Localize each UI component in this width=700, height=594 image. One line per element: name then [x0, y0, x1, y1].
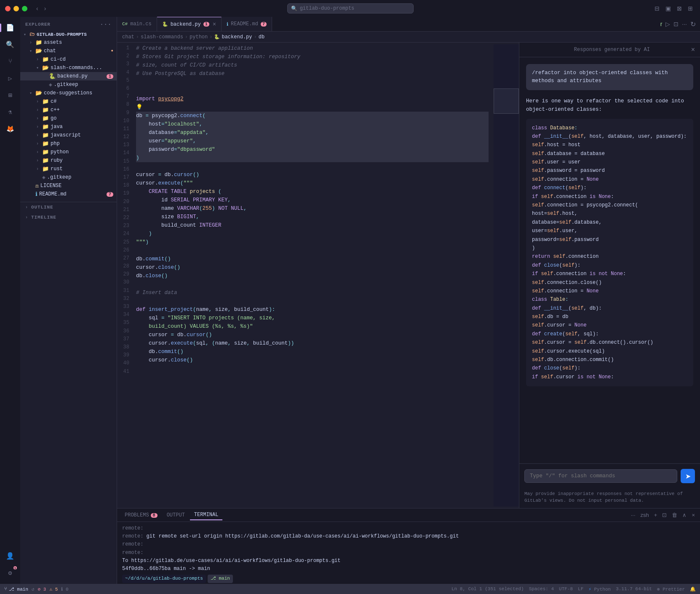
expand-arrow: ▾ — [29, 91, 35, 96]
tab-close-button[interactable]: × — [213, 21, 216, 28]
activity-account[interactable]: 👤 — [3, 549, 18, 564]
expand-arrow: › — [36, 158, 42, 163]
split-editor[interactable]: ⊡ — [673, 20, 679, 28]
terminal-collapse[interactable]: ∧ — [681, 511, 688, 519]
sidebar-item-readme[interactable]: ℹ README.md 7 — [20, 190, 117, 198]
eol-info[interactable]: LF — [578, 586, 583, 591]
ai-code-line: def __init__(self, host, database, user,… — [532, 132, 687, 141]
more-actions[interactable]: ··· — [681, 20, 688, 28]
sidebar-item-slash-commands[interactable]: ▾ 📂 slash-commands... — [20, 64, 117, 72]
python-version[interactable]: 3.11.7 64-bit — [616, 586, 652, 591]
sidebar-root[interactable]: ▾ 🗁 GITLAB-DUO-PROMPTS — [20, 30, 117, 38]
timeline-toggle[interactable]: › TIMELINE — [20, 212, 117, 222]
terminal-split[interactable]: ⊡ — [660, 511, 668, 519]
terminal-shell[interactable]: zsh — [639, 511, 651, 519]
git-branch[interactable]: ⑂ ⎇ main — [4, 586, 28, 592]
sidebar-item-csharp[interactable]: › 📁 c# — [20, 97, 117, 106]
sidebar-item-cicd[interactable]: › 📁 ci-cd — [20, 55, 117, 64]
play-button[interactable]: ▷ — [665, 20, 671, 28]
tab-readme[interactable]: ℹ README.md 7 — [222, 17, 272, 31]
spaces-info[interactable]: Spaces: 4 — [529, 586, 554, 591]
language-info[interactable]: ⚡ Python — [588, 586, 611, 592]
sidebar-item-code-suggestions[interactable]: ▾ 📂 code-suggestions — [20, 89, 117, 97]
sidebar-item-gitkeep-1[interactable]: ◈ .gitkeep — [20, 80, 117, 89]
tab-terminal[interactable]: TERMINAL — [190, 510, 223, 520]
terminal-panel: PROBLEMS8 OUTPUT TERMINAL ··· zsh + ⊡ 🗑 … — [117, 508, 700, 584]
terminal-add[interactable]: + — [652, 511, 659, 519]
close-button[interactable] — [5, 6, 11, 11]
breadcrumb-python[interactable]: python — [190, 34, 208, 40]
sidebar-item-java[interactable]: › 📁 java — [20, 123, 117, 131]
info-count[interactable]: ℹ 0 — [61, 586, 68, 592]
layout-toggle-3[interactable]: ⊠ — [675, 4, 684, 13]
titlebar: ‹ › 🔍 gitlab-duo-prompts ⊟ ▣ ⊠ ⊞ — [0, 0, 700, 17]
activity-gitlab[interactable]: 🦊 — [3, 121, 18, 136]
code-line — [136, 381, 489, 390]
folder-icon: 📁 — [42, 166, 49, 172]
search-icon: 🔍 — [291, 5, 297, 12]
activity-run[interactable]: ▷ — [3, 71, 18, 86]
expand-arrow: › — [36, 99, 42, 104]
minimize-button[interactable] — [13, 6, 19, 11]
run-button[interactable]: r — [660, 20, 663, 28]
tab-output[interactable]: OUTPUT — [163, 511, 189, 520]
terminal-more[interactable]: ··· — [629, 511, 637, 519]
activity-source-control[interactable]: ⑂ — [3, 54, 18, 69]
sidebar-item-backend-py[interactable]: 🐍 backend.py 1 — [20, 72, 117, 80]
layout-toggle-4[interactable]: ⊞ — [686, 4, 695, 13]
sidebar-item-cpp[interactable]: › 📁 c++ — [20, 106, 117, 114]
breadcrumb-db[interactable]: db — [259, 34, 265, 40]
layout-toggle-1[interactable]: ⊟ — [652, 4, 662, 13]
global-search-bar[interactable]: 🔍 gitlab-duo-prompts — [287, 3, 414, 13]
maximize-button[interactable] — [22, 6, 27, 11]
forward-button[interactable]: › — [42, 4, 48, 13]
layout-toggle-2[interactable]: ▣ — [663, 4, 673, 13]
back-button[interactable]: ‹ — [34, 4, 40, 13]
sidebar-item-python[interactable]: › 📁 python — [20, 148, 117, 156]
sidebar-item-php[interactable]: › 📁 php — [20, 139, 117, 148]
folder-icon: 📁 — [42, 157, 49, 164]
cursor-position[interactable]: Ln 8, Col 1 (351 selected) — [452, 586, 524, 591]
sidebar-item-license[interactable]: ⚖ LICENSE — [20, 182, 117, 190]
sidebar-item-chat[interactable]: ▾ 📂 chat ● — [20, 47, 117, 55]
code-line: cursor.close() — [136, 263, 489, 272]
encoding-info[interactable]: UTF-8 — [559, 586, 573, 591]
code-line: build_count INTEGER — [136, 221, 489, 230]
ai-send-button[interactable]: ➤ — [681, 469, 695, 483]
activity-extensions[interactable]: ⊞ — [3, 88, 18, 103]
activity-search[interactable]: 🔍 — [3, 37, 18, 52]
sidebar-item-ruby[interactable]: › 📁 ruby — [20, 156, 117, 165]
outline-toggle[interactable]: › OUTLINE — [20, 202, 117, 212]
tab-main-cs[interactable]: C# main.cs — [117, 17, 157, 31]
breadcrumb-file[interactable]: backend.py — [222, 34, 252, 40]
activity-flask[interactable]: ⚗ — [3, 104, 18, 120]
sidebar-menu[interactable]: ··· — [100, 21, 112, 28]
tab-problems[interactable]: PROBLEMS8 — [120, 511, 162, 520]
code-editor[interactable]: 1 2 3 4 5 6 7 8 9 10 11 12 13 — [117, 43, 519, 508]
sidebar-item-javascript[interactable]: › 📁 javascript — [20, 131, 117, 139]
code-line — [136, 373, 489, 381]
terminal-trash[interactable]: 🗑 — [670, 511, 679, 519]
sidebar-item-gitkeep-2[interactable]: ◈ .gitkeep — [20, 173, 117, 182]
terminal-close[interactable]: × — [690, 511, 697, 519]
sidebar-item-rust[interactable]: › 📁 rust — [20, 165, 117, 173]
code-line: import psycopg2 — [136, 95, 489, 103]
ai-panel-close-button[interactable]: × — [691, 46, 695, 54]
code-line: """) — [136, 238, 489, 246]
sidebar-item-go[interactable]: › 📁 go — [20, 114, 117, 123]
sidebar-item-assets[interactable]: › 📁 assets — [20, 38, 117, 47]
sync-icon[interactable]: ↺ — [32, 586, 35, 592]
breadcrumb-chat[interactable]: chat — [122, 34, 134, 40]
error-count[interactable]: ⊘ 3 — [38, 586, 46, 592]
warning-count[interactable]: ⚠ 5 — [49, 586, 58, 592]
activity-explorer[interactable]: 📄 — [3, 20, 18, 35]
terminal-line: remote: — [122, 540, 695, 549]
tab-backend-py[interactable]: 🐍 backend.py 1 × — [157, 17, 222, 31]
ai-refresh[interactable]: ↻ — [689, 19, 697, 29]
activity-settings[interactable]: ⚙ 1 — [3, 565, 18, 581]
notifications-icon[interactable]: 🔔 — [690, 586, 696, 592]
breadcrumb-slash-commands[interactable]: slash-commands — [141, 34, 183, 40]
search-text: gitlab-duo-prompts — [300, 5, 355, 11]
formatter[interactable]: ⊛ Prettier — [657, 586, 685, 592]
ai-chat-input[interactable] — [524, 469, 677, 483]
